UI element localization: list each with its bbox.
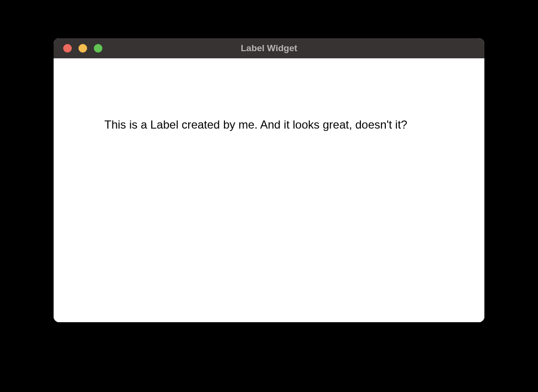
traffic-lights bbox=[54, 44, 102, 53]
titlebar: Label Widget bbox=[54, 38, 484, 58]
content-area: This is a Label created by me. And it lo… bbox=[54, 58, 484, 322]
close-icon[interactable] bbox=[63, 44, 72, 53]
minimize-icon[interactable] bbox=[78, 44, 87, 53]
window-title: Label Widget bbox=[54, 43, 484, 54]
label-widget-text: This is a Label created by me. And it lo… bbox=[104, 117, 465, 133]
application-window: Label Widget This is a Label created by … bbox=[54, 38, 484, 322]
maximize-icon[interactable] bbox=[94, 44, 102, 53]
